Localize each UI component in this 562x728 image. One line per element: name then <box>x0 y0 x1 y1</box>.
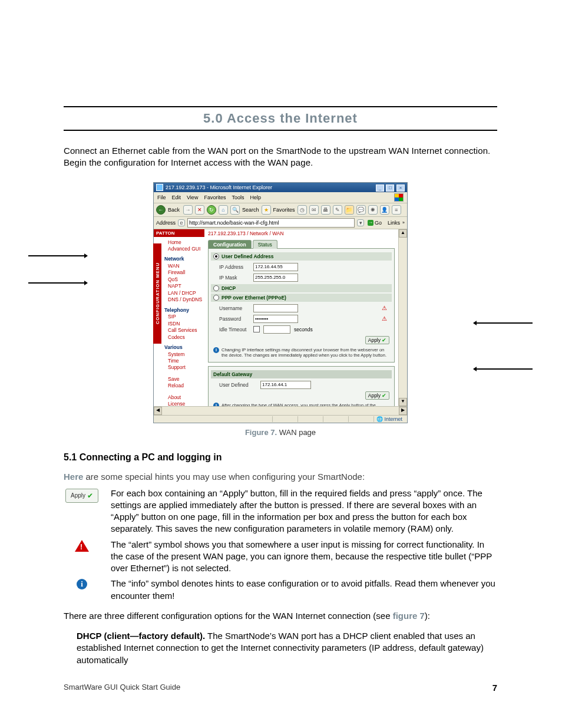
menubar: File Edit View Favorites Tools Help <box>154 192 407 203</box>
tab-configuration[interactable]: Configuration <box>208 240 252 249</box>
scrollbar-vertical[interactable]: ▲ ▼ <box>398 229 407 406</box>
nav-isdn[interactable]: ISDN <box>164 321 203 327</box>
nav-sip[interactable]: SIP <box>164 314 203 320</box>
search-label[interactable]: Search <box>242 207 259 213</box>
page-number: 7 <box>492 683 497 693</box>
scroll-up-button[interactable]: ▲ <box>399 229 407 238</box>
rule-bottom <box>64 130 497 131</box>
radio-user-defined[interactable] <box>213 253 219 259</box>
nav-call-services[interactable]: Call Services <box>164 327 203 334</box>
toolbar: ← Back → ✕ ↻ ⌂ 🔍 Search ★ Favorites ◷ ✉ … <box>154 203 407 217</box>
section-dhcp[interactable]: DHCP <box>211 284 392 292</box>
nav-wan[interactable]: WAN <box>164 263 203 269</box>
info-icon: i <box>213 347 219 353</box>
heading-5-1: 5.1 Connecting a PC and logging in <box>64 452 497 463</box>
hint-apply-text: For each box containing an “Apply” butto… <box>111 487 497 535</box>
checkbox-idle[interactable] <box>253 326 260 332</box>
info-note-2: i After changing the type of WAN access,… <box>211 401 392 406</box>
menu-favorites[interactable]: Favorites <box>204 195 226 200</box>
input-username[interactable] <box>253 304 298 312</box>
nav-system[interactable]: System <box>164 351 203 358</box>
folder-button[interactable]: 📁 <box>345 205 354 215</box>
nav-head-various: Various <box>164 344 203 351</box>
back-label[interactable]: Back <box>168 207 180 213</box>
links-label[interactable]: Links <box>388 220 400 226</box>
go-button[interactable]: →Go <box>366 220 383 226</box>
config-menu-band: CONFIGURATION MENU <box>153 243 161 344</box>
nav-lan-dhcp[interactable]: LAN / DHCP <box>164 290 203 297</box>
closing-lead: There are three different configuration … <box>64 610 497 622</box>
nav-reload[interactable]: Reload <box>164 383 203 389</box>
mail-button[interactable]: ✉ <box>309 205 319 215</box>
nav-napt[interactable]: NAPT <box>164 283 203 289</box>
page-content: PATTON CONFIGURATION MENU Home Advanced … <box>154 229 407 406</box>
radio-pppoe[interactable] <box>213 295 219 301</box>
minimize-button[interactable]: _ <box>376 185 384 192</box>
menu-file[interactable]: File <box>157 195 166 200</box>
messenger-button[interactable]: 👤 <box>380 205 389 215</box>
history-button[interactable]: ◷ <box>297 205 307 215</box>
section-default-gateway: Default Gateway <box>211 370 392 378</box>
gateway-panel: Default Gateway User Defined Apply✔ <box>208 366 395 406</box>
nav-codecs[interactable]: Codecs <box>164 334 203 341</box>
research-button[interactable]: ✺ <box>368 205 378 215</box>
label-username: Username <box>219 305 250 311</box>
input-gateway[interactable] <box>260 381 311 389</box>
apply-button-2[interactable]: Apply✔ <box>365 391 389 400</box>
refresh-button[interactable]: ↻ <box>207 205 216 215</box>
stop-button[interactable]: ✕ <box>195 205 204 215</box>
hint-info: i The “info” symbol denotes hints to eas… <box>64 578 497 602</box>
maximize-button[interactable]: □ <box>386 185 394 192</box>
figure-caption: Figure 7. WAN page <box>64 428 497 437</box>
discuss-button[interactable]: 💬 <box>356 205 366 215</box>
nav-about[interactable]: About <box>164 394 203 401</box>
menu-tools[interactable]: Tools <box>232 195 244 200</box>
nav-home[interactable]: Home <box>164 239 203 246</box>
address-dropdown[interactable]: ▾ <box>357 219 364 226</box>
home-button[interactable]: ⌂ <box>219 205 228 215</box>
back-button[interactable]: ← <box>156 205 166 215</box>
section-pppoe[interactable]: PPP over Ethernet (PPPoE) <box>211 294 392 302</box>
edit-button[interactable]: ✎ <box>333 205 342 215</box>
input-idle-timeout[interactable] <box>263 325 290 334</box>
nav-save[interactable]: Save <box>164 376 203 383</box>
nav-support[interactable]: Support <box>164 364 203 371</box>
favorites-label[interactable]: Favorites <box>273 207 295 213</box>
favorites-icon[interactable]: ★ <box>262 205 271 215</box>
address-input[interactable] <box>187 218 355 228</box>
input-ip-address[interactable] <box>253 263 298 271</box>
nav-advanced-gui[interactable]: Advanced GUI <box>164 246 203 252</box>
tab-status[interactable]: Status <box>253 240 277 249</box>
address-label: Address <box>156 220 176 226</box>
config-sidebar: PATTON CONFIGURATION MENU Home Advanced … <box>154 229 204 406</box>
nav-qos[interactable]: QoS <box>164 276 203 283</box>
hint-info-text: The “info” symbol denotes hints to ease … <box>111 578 497 602</box>
titlebar: 217.192.239.173 - Microsoft Internet Exp… <box>154 183 407 192</box>
window-controls: _ □ × <box>375 183 405 192</box>
close-button[interactable]: × <box>396 185 405 192</box>
menu-edit[interactable]: Edit <box>172 195 181 200</box>
search-icon[interactable]: 🔍 <box>230 205 240 215</box>
hint-alert: The “alert” symbol shows you that somewh… <box>64 539 497 575</box>
forward-button[interactable]: → <box>183 205 193 215</box>
label-gw-user-defined: User Defined <box>219 382 257 388</box>
scroll-down-button[interactable]: ▼ <box>399 398 407 406</box>
apply-badge-icon: Apply✔ <box>65 489 98 503</box>
apply-button-1[interactable]: Apply✔ <box>365 336 389 344</box>
print-button[interactable]: 🖶 <box>321 205 330 215</box>
extra-button[interactable]: ≡ <box>392 205 401 215</box>
alert-icon: ⚠ <box>382 315 387 322</box>
radio-dhcp[interactable] <box>213 285 219 291</box>
menu-view[interactable]: View <box>187 195 198 200</box>
nav-time[interactable]: Time <box>164 358 203 364</box>
nav-firewall[interactable]: Firewall <box>164 269 203 276</box>
input-ip-mask[interactable] <box>253 274 298 282</box>
window-title: 217.192.239.173 - Microsoft Internet Exp… <box>166 183 272 192</box>
scroll-right-button[interactable]: ▶ <box>399 407 407 415</box>
hint-alert-text: The “alert” symbol shows you that somewh… <box>111 539 497 575</box>
section-user-defined[interactable]: User Defined Address <box>211 252 392 261</box>
nav-license[interactable]: License <box>164 401 203 407</box>
nav-dns[interactable]: DNS / DynDNS <box>164 297 203 303</box>
input-password[interactable] <box>253 315 298 323</box>
menu-help[interactable]: Help <box>250 195 261 200</box>
